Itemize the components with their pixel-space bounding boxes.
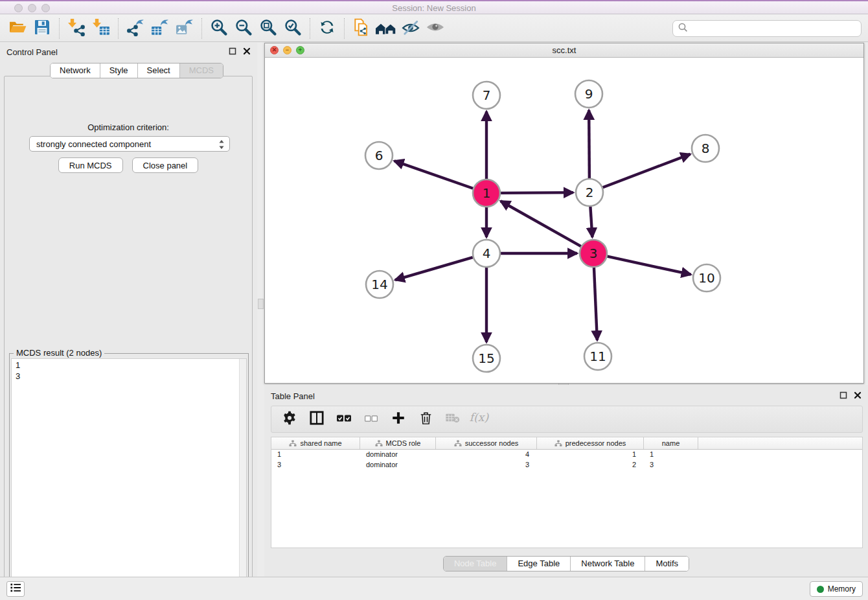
zoom-fit-button[interactable] — [256, 17, 280, 40]
graph-node-3[interactable]: 3 — [580, 240, 607, 267]
tab-edge-table[interactable]: Edge Table — [507, 557, 571, 571]
graph-node-7[interactable]: 7 — [473, 82, 500, 109]
export-table-icon — [150, 18, 170, 39]
table-cell[interactable]: 4 — [436, 450, 537, 460]
network-canvas[interactable]: 7968124314101511 — [265, 58, 863, 384]
column-header-name[interactable]: name — [644, 437, 698, 449]
tab-style[interactable]: Style — [100, 63, 138, 78]
graph-edge-2-9[interactable] — [589, 110, 589, 178]
show-graphics-button[interactable] — [423, 17, 448, 40]
graph-node-2[interactable]: 2 — [576, 179, 603, 206]
graph-node-6[interactable]: 6 — [365, 142, 393, 169]
graph-node-label: 15 — [478, 351, 494, 366]
table-cell[interactable]: 1 — [644, 450, 698, 460]
table-cell[interactable]: 2 — [537, 460, 644, 470]
tab-network[interactable]: Network — [51, 63, 100, 78]
graph-node-label: 8 — [702, 141, 710, 156]
gear-button[interactable] — [280, 410, 299, 429]
svg-text:f(x): f(x) — [470, 411, 490, 424]
zoom-in-button[interactable] — [207, 17, 231, 40]
graph-node-11[interactable]: 11 — [584, 343, 611, 370]
graph-edge-2-8[interactable] — [603, 154, 691, 187]
tab-motifs[interactable]: Motifs — [645, 557, 689, 571]
graph-node-label: 7 — [483, 87, 491, 103]
memory-button[interactable]: Memory — [810, 581, 863, 597]
home-layout-button[interactable] — [374, 17, 398, 40]
graph-edge-3-1[interactable] — [501, 201, 581, 246]
graph-edge-3-11[interactable] — [594, 268, 597, 340]
run-mcds-button[interactable]: Run MCDS — [58, 157, 123, 173]
mcds-result-item[interactable]: 3 — [16, 371, 246, 382]
delete-row-button[interactable] — [417, 410, 435, 429]
table-cell[interactable]: dominator — [360, 450, 436, 460]
column-label: MCDS role — [386, 439, 421, 447]
mcds-result-title: MCDS result (2 nodes) — [14, 348, 104, 358]
refresh-view-button[interactable] — [315, 17, 339, 40]
export-table-button[interactable] — [148, 17, 172, 40]
graph-node-15[interactable]: 15 — [473, 345, 500, 372]
float-table-panel-icon[interactable] — [839, 390, 847, 402]
table-row[interactable]: 1dominator411 — [271, 450, 862, 460]
zoom-out-button[interactable] — [231, 17, 256, 40]
import-table-button[interactable] — [89, 17, 113, 40]
graph-node-1[interactable]: 1 — [473, 179, 500, 207]
graph-node-14[interactable]: 14 — [366, 271, 393, 298]
hide-graphics-button[interactable] — [398, 17, 423, 40]
tab-mcds[interactable]: MCDS — [180, 63, 223, 78]
select-all-button[interactable] — [335, 410, 353, 429]
deselect-all-button[interactable] — [362, 410, 380, 429]
close-panel-icon[interactable] — [243, 46, 251, 58]
table-row[interactable]: 3dominator323 — [271, 460, 862, 470]
close-table-panel-icon[interactable] — [854, 390, 862, 402]
window-title: Session: New Session — [0, 3, 868, 13]
graph-edge-1-2[interactable] — [501, 192, 573, 193]
table-cell[interactable]: 3 — [436, 460, 537, 470]
table-cell[interactable]: dominator — [360, 460, 436, 470]
task-history-button[interactable] — [6, 581, 25, 597]
result-scrollbar[interactable] — [239, 359, 246, 599]
column-header-shared-name[interactable]: shared name — [271, 437, 360, 449]
toolbar-separator — [59, 18, 60, 39]
add-row-button[interactable] — [389, 410, 407, 429]
import-network-button[interactable] — [64, 17, 89, 40]
node-table: shared nameMCDS rolesuccessor nodesprede… — [271, 437, 863, 548]
column-header-predecessor-nodes[interactable]: predecessor nodes — [537, 437, 644, 449]
mcds-result-item[interactable]: 1 — [16, 360, 246, 371]
memory-status-dot — [817, 586, 824, 593]
table-cell[interactable]: 1 — [271, 450, 360, 460]
float-panel-icon[interactable] — [229, 46, 236, 58]
graph-node-9[interactable]: 9 — [575, 80, 602, 108]
tab-select[interactable]: Select — [138, 63, 180, 78]
graph-node-10[interactable]: 10 — [693, 264, 720, 292]
export-network-button[interactable] — [123, 17, 148, 40]
graph-edge-3-10[interactable] — [607, 257, 691, 275]
save-session-button[interactable] — [30, 17, 54, 40]
graph-edge-2-3[interactable] — [590, 207, 592, 237]
search-field[interactable] — [672, 20, 862, 37]
column-header-successor-nodes[interactable]: successor nodes — [436, 437, 537, 449]
vertical-splitter-handle[interactable] — [258, 299, 264, 309]
copy-share-button[interactable] — [349, 17, 374, 40]
graph-edge-1-6[interactable] — [394, 161, 474, 188]
tab-node-table[interactable]: Node Table — [444, 557, 508, 571]
graph-node-4[interactable]: 4 — [473, 240, 500, 267]
close-panel-button[interactable]: Close panel — [132, 157, 199, 173]
table-cell[interactable]: 1 — [537, 450, 644, 460]
graph-node-8[interactable]: 8 — [692, 135, 719, 162]
table-panel: Table Panel f(x) shared nameMCDS rolesuc… — [264, 385, 868, 577]
open-folder-button[interactable] — [5, 17, 30, 40]
search-input[interactable] — [689, 22, 861, 35]
criterion-dropdown[interactable]: strongly connected component — [29, 136, 230, 152]
columns-button[interactable] — [308, 410, 326, 429]
home-layout-icon — [376, 19, 396, 38]
zoom-selected-button[interactable] — [280, 17, 305, 40]
mcds-result-list[interactable]: 13 — [11, 358, 247, 600]
table-cell[interactable]: 3 — [271, 460, 360, 470]
network-window-titlebar[interactable]: ✕ − + scc.txt — [265, 43, 863, 58]
tab-network-table[interactable]: Network Table — [571, 557, 645, 571]
export-image-button[interactable] — [172, 17, 197, 40]
table-cell[interactable]: 3 — [644, 460, 698, 470]
column-header-MCDS-role[interactable]: MCDS role — [360, 437, 436, 449]
graph-edge-4-14[interactable] — [395, 257, 473, 280]
add-row-icon — [392, 411, 405, 427]
